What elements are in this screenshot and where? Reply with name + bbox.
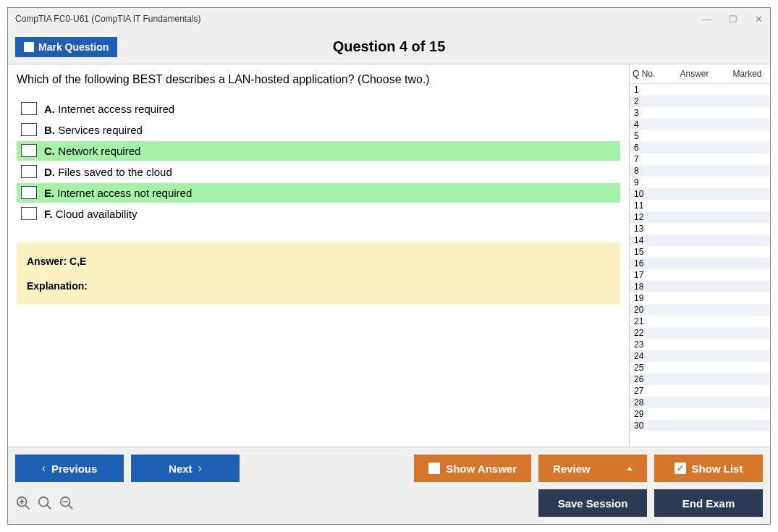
option-checkbox[interactable] [21,165,37,178]
zoom-in-icon[interactable] [15,495,31,511]
option-row[interactable]: B. Services required [17,120,620,140]
svg-line-5 [47,505,51,510]
footer: ‹ Previous Next › ✓ Show Answer Review ✓… [8,447,770,524]
svg-line-7 [69,505,73,510]
option-row[interactable]: C. Network required [17,141,620,161]
option-row[interactable]: D. Files saved to the cloud [17,162,620,182]
question-list-row[interactable]: 14 [630,235,770,246]
question-list-row[interactable]: 10 [630,188,770,200]
question-list-body[interactable]: 1234567891011121314151617181920212223242… [630,83,770,447]
question-list-row[interactable]: 13 [630,223,770,235]
maximize-icon[interactable]: ☐ [729,14,737,25]
checkbox-icon: ✓ [428,463,440,474]
mark-question-label: Mark Question [38,41,109,53]
question-list-panel: Q No. Answer Marked 12345678910111213141… [629,64,770,447]
question-list-row[interactable]: 17 [630,269,770,281]
question-list-row[interactable]: 5 [630,130,770,142]
option-label: A. Internet access required [44,103,174,115]
previous-button[interactable]: ‹ Previous [15,455,124,482]
checkbox-checked-icon: ✓ [675,463,686,474]
question-list-row[interactable]: 25 [630,362,770,373]
svg-line-1 [25,505,30,510]
option-label: C. Network required [44,145,140,157]
option-checkbox[interactable] [21,207,37,220]
zoom-out-icon[interactable] [59,495,75,511]
option-row[interactable]: A. Internet access required [17,99,620,119]
save-session-button[interactable]: Save Session [538,489,647,517]
zoom-reset-icon[interactable] [37,495,53,511]
col-answer: Answer [661,69,727,79]
question-list-row[interactable]: 22 [630,327,770,339]
question-list-row[interactable]: 9 [630,177,770,188]
question-list-row[interactable]: 15 [630,246,770,258]
option-label: D. Files saved to the cloud [44,166,172,178]
option-label: E. Internet access not required [44,187,192,199]
option-checkbox[interactable] [21,144,37,157]
question-list-row[interactable]: 23 [630,339,770,350]
answer-label: Answer: C,E [27,256,610,267]
option-label: F. Cloud availability [44,208,137,220]
question-list-row[interactable]: 8 [630,165,770,177]
question-list-row[interactable]: 18 [630,281,770,292]
option-row[interactable]: E. Internet access not required [17,183,620,203]
question-list-row[interactable]: 21 [630,316,770,327]
option-checkbox[interactable] [21,102,37,115]
window-title: CompTIA FC0-U61 (CompTIA IT Fundamentals… [15,14,201,24]
option-checkbox[interactable] [21,123,37,136]
explanation-label: Explanation: [27,280,610,292]
option-label: B. Services required [44,124,143,136]
question-list-row[interactable]: 24 [630,350,770,362]
next-button[interactable]: Next › [131,455,240,482]
chevron-left-icon: ‹ [42,462,46,475]
svg-point-4 [39,497,48,507]
col-marked: Marked [727,69,767,79]
chevron-right-icon: › [198,462,202,475]
question-text: Which of the following BEST describes a … [17,73,620,86]
option-row[interactable]: F. Cloud availability [17,204,620,224]
question-list-row[interactable]: 7 [630,153,770,165]
show-list-button[interactable]: ✓ Show List [654,455,763,482]
options-list: A. Internet access requiredB. Services r… [17,99,620,224]
question-list-row[interactable]: 4 [630,119,770,130]
question-list-row[interactable]: 11 [630,200,770,211]
question-list-header: Q No. Answer Marked [630,64,770,83]
header-bar: Mark Question Question 4 of 15 [8,30,770,64]
question-list-row[interactable]: 19 [630,292,770,304]
question-list-row[interactable]: 12 [630,211,770,223]
titlebar: CompTIA FC0-U61 (CompTIA IT Fundamentals… [8,8,770,30]
question-list-row[interactable]: 3 [630,107,770,119]
review-button[interactable]: Review [538,455,647,482]
question-list-row[interactable]: 30 [630,420,770,431]
question-list-row[interactable]: 6 [630,142,770,153]
question-list-row[interactable]: 27 [630,385,770,397]
answer-box: Answer: C,E Explanation: [17,242,620,305]
zoom-controls [15,495,75,511]
minimize-icon[interactable]: — [702,14,711,25]
triangle-up-icon [627,467,633,470]
question-list-row[interactable]: 28 [630,397,770,408]
close-icon[interactable]: ✕ [755,14,763,25]
question-list-row[interactable]: 1 [630,84,770,96]
question-list-row[interactable]: 2 [630,96,770,107]
question-list-row[interactable]: 20 [630,304,770,316]
question-panel: Which of the following BEST describes a … [8,64,629,447]
question-list-row[interactable]: 29 [630,408,770,420]
app-window: CompTIA FC0-U61 (CompTIA IT Fundamentals… [7,7,771,525]
question-counter: Question 4 of 15 [333,38,446,55]
col-qno: Q No. [633,69,661,79]
end-exam-button[interactable]: End Exam [654,489,763,517]
option-checkbox[interactable] [21,186,37,199]
show-answer-button[interactable]: ✓ Show Answer [414,455,531,482]
question-list-row[interactable]: 26 [630,373,770,385]
question-list-row[interactable]: 16 [630,258,770,269]
mark-checkbox-icon [24,42,34,52]
mark-question-button[interactable]: Mark Question [15,37,117,57]
